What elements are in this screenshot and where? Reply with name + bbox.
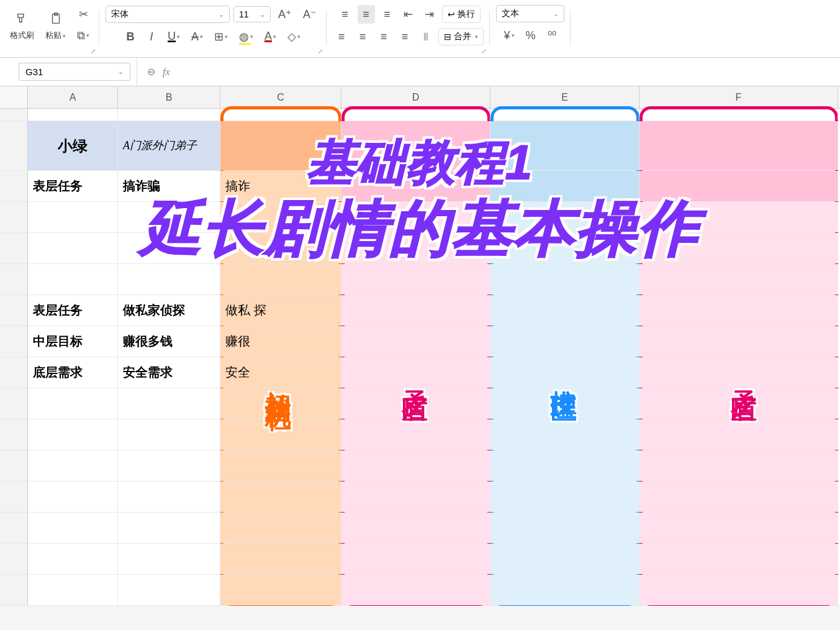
cell[interactable] — [490, 121, 639, 170]
cell[interactable] — [639, 295, 838, 326]
row-header[interactable] — [0, 233, 28, 263]
font-dialog-launcher[interactable]: ⤢ — [318, 48, 323, 55]
cell-A1[interactable]: 小绿 — [28, 121, 118, 170]
cell[interactable] — [490, 295, 639, 326]
cell[interactable] — [341, 109, 490, 121]
row-header[interactable] — [0, 171, 28, 201]
fill-color-button[interactable]: ◍▾ — [235, 27, 257, 46]
select-all-corner[interactable] — [0, 86, 28, 108]
row-header[interactable] — [0, 326, 28, 357]
eraser-button[interactable]: ◇▾ — [284, 27, 304, 46]
col-header-C[interactable]: C — [220, 86, 341, 108]
cell[interactable] — [490, 202, 639, 232]
decrease-indent-button[interactable]: ⇤ — [400, 5, 417, 24]
underline-button[interactable]: U▾ — [164, 27, 184, 46]
paste-button[interactable]: 粘贴▾ — [42, 6, 70, 43]
cell[interactable] — [639, 388, 838, 419]
cell[interactable] — [490, 513, 639, 543]
cell[interactable] — [118, 202, 220, 232]
cell[interactable] — [490, 419, 639, 450]
font-color-button[interactable]: A▾ — [261, 27, 280, 46]
cell-A2[interactable]: 表层任务 — [28, 171, 118, 201]
row-header[interactable] — [0, 450, 28, 481]
align-center-button[interactable]: ≡ — [354, 27, 371, 46]
cell[interactable] — [639, 121, 838, 170]
cell-C2[interactable]: 搞诈 — [220, 171, 341, 201]
cell[interactable] — [28, 450, 118, 481]
cell[interactable] — [639, 171, 838, 201]
currency-button[interactable]: ¥▾ — [500, 26, 518, 45]
row-header[interactable] — [0, 264, 28, 294]
cell[interactable] — [341, 264, 490, 294]
row-header[interactable] — [0, 419, 28, 450]
name-box[interactable]: G31 ⌄ — [19, 63, 130, 81]
cell-A6[interactable]: 表层任务 — [28, 295, 118, 326]
cell-B8[interactable]: 安全需求 — [118, 357, 220, 388]
cell[interactable] — [118, 388, 220, 419]
cell[interactable] — [490, 482, 639, 512]
cut-button[interactable]: ✂ — [73, 5, 93, 24]
row-header[interactable] — [0, 109, 28, 121]
cell[interactable] — [220, 202, 341, 232]
cell[interactable] — [639, 544, 838, 574]
cell[interactable] — [341, 233, 490, 263]
alignment-dialog-launcher[interactable]: ⤢ — [481, 48, 486, 55]
strikethrough-button[interactable]: A▾ — [187, 27, 207, 46]
cell[interactable] — [118, 544, 220, 574]
cell-B6[interactable]: 做私家侦探 — [118, 295, 220, 326]
cell[interactable] — [341, 388, 490, 419]
italic-button[interactable]: I — [143, 27, 160, 46]
cell[interactable] — [341, 121, 490, 170]
col-header-A[interactable]: A — [28, 86, 118, 108]
cell-A7[interactable]: 中层目标 — [28, 326, 118, 357]
cell[interactable] — [28, 544, 118, 574]
font-size-select[interactable]: 11 ⌄ — [233, 6, 271, 22]
cell[interactable] — [490, 388, 639, 419]
row-header[interactable] — [0, 357, 28, 388]
align-middle-button[interactable]: ≡ — [358, 5, 375, 24]
cell[interactable] — [220, 482, 341, 512]
cell-C7[interactable]: 赚很 — [220, 326, 341, 357]
cell[interactable] — [220, 264, 341, 294]
cell[interactable] — [28, 482, 118, 512]
cell[interactable] — [490, 450, 639, 481]
row-header[interactable] — [0, 295, 28, 326]
cell[interactable] — [639, 575, 838, 605]
cell[interactable] — [341, 575, 490, 605]
cell[interactable] — [118, 264, 220, 294]
increase-font-button[interactable]: A⁺ — [274, 5, 296, 24]
cell[interactable] — [639, 264, 838, 294]
spreadsheet-grid[interactable]: 小绿 A门派外门弟子 表层任务 搞诈骗 搞诈 — [0, 109, 840, 606]
cell[interactable] — [639, 233, 838, 263]
cell[interactable] — [220, 121, 341, 170]
cell[interactable] — [639, 419, 838, 450]
cell[interactable] — [341, 326, 490, 357]
cell-C6[interactable]: 做私 探 — [220, 295, 341, 326]
cell[interactable] — [220, 419, 341, 450]
cell-B7[interactable]: 赚很多钱 — [118, 326, 220, 357]
cell-B1[interactable]: A门派外门弟子 — [118, 121, 220, 170]
cell[interactable] — [28, 388, 118, 419]
col-header-B[interactable]: B — [118, 86, 220, 108]
formula-input-area[interactable]: ⊖ fx — [137, 58, 840, 86]
decrease-font-button[interactable]: A⁻ — [299, 5, 320, 24]
borders-button[interactable]: ⊞▾ — [210, 27, 232, 46]
number-format-select[interactable]: 文本 ⌄ — [496, 5, 564, 22]
comma-button[interactable]: ⁰⁰ — [543, 26, 561, 45]
increase-indent-button[interactable]: ⇥ — [421, 5, 438, 24]
cell-B2[interactable]: 搞诈骗 — [118, 171, 220, 201]
cell[interactable] — [639, 513, 838, 543]
cell[interactable] — [220, 233, 341, 263]
cell[interactable] — [220, 544, 341, 574]
cell[interactable] — [341, 171, 490, 201]
row-header[interactable] — [0, 121, 28, 170]
align-right-button[interactable]: ≡ — [375, 27, 392, 46]
align-left-button[interactable]: ≡ — [333, 27, 350, 46]
cell[interactable] — [220, 575, 341, 605]
cell[interactable] — [118, 419, 220, 450]
fx-icon[interactable]: fx — [163, 66, 170, 78]
cell[interactable] — [341, 513, 490, 543]
cell[interactable] — [490, 575, 639, 605]
row-header[interactable] — [0, 202, 28, 232]
cell[interactable] — [341, 419, 490, 450]
